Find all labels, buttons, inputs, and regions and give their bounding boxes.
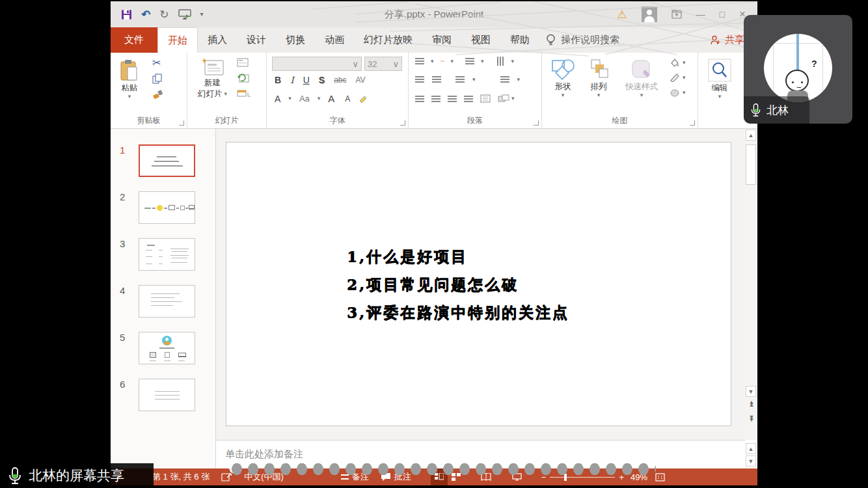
clipboard-dialog-launcher[interactable] [179,120,184,126]
change-case-button[interactable]: Aa [297,94,312,103]
slide-text-line-1[interactable]: 1,什么是好项目 [347,247,468,267]
increase-indent-button[interactable] [432,76,441,83]
new-slide-button[interactable]: 新建 幻灯片 ▾ [198,58,227,100]
tell-me-label: 操作说明搜索 [561,34,619,46]
tab-view[interactable]: 视图 [461,27,500,53]
font-name-combo[interactable]: ∨ [272,57,362,71]
tab-design[interactable]: 设计 [237,27,276,53]
align-text-button[interactable] [500,76,509,83]
align-center-button[interactable] [431,96,441,102]
tab-insert[interactable]: 插入 [198,27,237,53]
annotation-dots[interactable] [229,463,656,476]
justify-button[interactable] [464,96,473,102]
microphone-icon [750,102,761,118]
slide-text-line-2[interactable]: 2,项目常见问题怎么破 [347,275,519,295]
slide-6-preview [139,379,195,411]
italic-button[interactable]: I [288,75,297,85]
minimize-button[interactable]: — [696,9,705,20]
quick-styles-button[interactable]: 快速样式 ▾ [625,58,658,98]
tab-home[interactable]: 开始 [157,27,198,53]
thumbnail-slide-4[interactable]: 4 [111,285,216,324]
tab-animations[interactable]: 动画 [315,27,354,53]
shrink-font-button[interactable]: A [342,94,353,103]
text-shadow-button[interactable]: S [316,75,327,85]
zoom-slider[interactable] [550,477,615,478]
screen-share-banner: 北林的屏幕共享 [0,463,154,488]
shape-fill-icon[interactable] [670,58,680,67]
thumbnail-slide-2[interactable]: 2 [111,191,216,230]
scrollbar-thumb[interactable] [746,144,756,185]
next-slide-button[interactable]: ▼▼ [746,416,756,421]
notes-scroll-up-icon[interactable]: ▲ [746,443,756,454]
slide-text-line-3[interactable]: 3,评委在路演中特别的关注点 [347,303,569,323]
font-size-combo[interactable]: 32 ∨ [364,57,402,71]
grow-font-button[interactable]: A [325,93,337,104]
thumbnail-slide-6[interactable]: 6 [111,379,216,418]
qat-more-icon[interactable]: ▾ [200,11,204,18]
slide-number: 5 [120,332,125,343]
copy-icon[interactable] [152,74,163,84]
dropdown-arrow-icon: ▾ [511,96,515,102]
slide-layout-icon[interactable] [237,58,251,67]
align-left-button[interactable] [415,96,424,102]
slide-canvas[interactable]: 1,什么是好项目 2,项目常见问题怎么破 3,评委在路演中特别的关注点 [226,142,731,426]
text-direction-button[interactable] [497,57,504,66]
shape-outline-icon[interactable] [670,73,680,82]
paste-button[interactable]: 粘贴 ▾ [120,59,139,100]
start-slideshow-icon[interactable] [178,9,191,20]
clear-format-button[interactable]: A [272,94,283,104]
fit-slide-button[interactable] [655,473,665,481]
notes-placeholder[interactable]: 单击此处添加备注 [225,448,303,461]
tab-slideshow[interactable]: 幻灯片放映 [354,27,422,53]
numbering-button[interactable] [441,61,444,62]
underline-button[interactable]: U [301,75,312,85]
text-fit-icon[interactable] [480,94,491,103]
undo-icon[interactable]: ↶ [141,9,150,20]
participant-video-tile[interactable]: ? 北林 [744,15,852,124]
highlight-color-icon[interactable] [358,94,368,103]
vertical-scrollbar[interactable]: ▲ ▼ ▲▲ ▼▼ [745,129,757,440]
tell-me-search[interactable]: 操作说明搜索 [539,27,626,53]
ribbon-tab-row: 文件 开始 插入 设计 切换 动画 幻灯片放映 审阅 视图 帮助 操作说明搜索 … [111,27,757,53]
edit-button[interactable]: 编辑 ▾ [707,58,732,100]
previous-slide-button[interactable]: ▲▲ [746,401,756,406]
format-painter-icon[interactable] [152,89,163,99]
align-right-button[interactable] [448,96,457,102]
paragraph-dialog-launcher[interactable] [534,120,539,126]
font-dialog-launcher[interactable] [400,120,405,126]
redo-icon[interactable]: ↻ [159,9,169,20]
ribbon-display-options-icon[interactable] [671,10,682,19]
scroll-down-icon[interactable]: ▼ [746,386,756,397]
tab-help[interactable]: 帮助 [500,27,539,53]
shape-effects-icon[interactable] [670,88,680,97]
thumbnail-slide-3[interactable]: 3 [111,238,216,277]
columns-button[interactable] [455,76,465,83]
participant-name: 北林 [766,103,789,118]
strikethrough-button[interactable]: abc [331,75,349,85]
account-icon[interactable] [642,7,657,22]
drawing-dialog-launcher[interactable] [690,120,695,126]
bold-button[interactable]: B [272,75,284,85]
reset-slide-icon[interactable] [237,73,250,83]
bullets-button[interactable] [415,58,424,64]
decrease-indent-button[interactable] [415,76,424,83]
notes-scroll-down-icon[interactable]: ▼ [746,455,756,467]
warning-icon[interactable]: ⚠ [617,8,627,21]
scroll-up-icon[interactable]: ▲ [746,129,756,141]
tab-transitions[interactable]: 切换 [276,27,315,53]
thumbnail-slide-1[interactable]: 1 [111,144,216,183]
line-spacing-button[interactable] [465,58,474,64]
letterbox-bottom [0,485,868,488]
char-spacing-button[interactable]: AV [353,75,368,85]
convert-smartart-icon[interactable] [498,94,509,103]
shapes-button[interactable]: 形状 ▾ [550,58,576,98]
tab-file[interactable]: 文件 [111,27,157,53]
arrange-button[interactable]: 排列 ▾ [588,58,610,98]
dropdown-arrow-icon: ▾ [597,92,601,98]
tab-review[interactable]: 审阅 [422,27,461,53]
thumbnail-slide-5[interactable]: 5 [111,332,216,371]
cut-icon[interactable]: ✂ [152,58,163,68]
section-icon[interactable] [237,89,251,98]
maximize-button[interactable]: □ [720,9,725,20]
save-icon[interactable] [121,9,132,20]
